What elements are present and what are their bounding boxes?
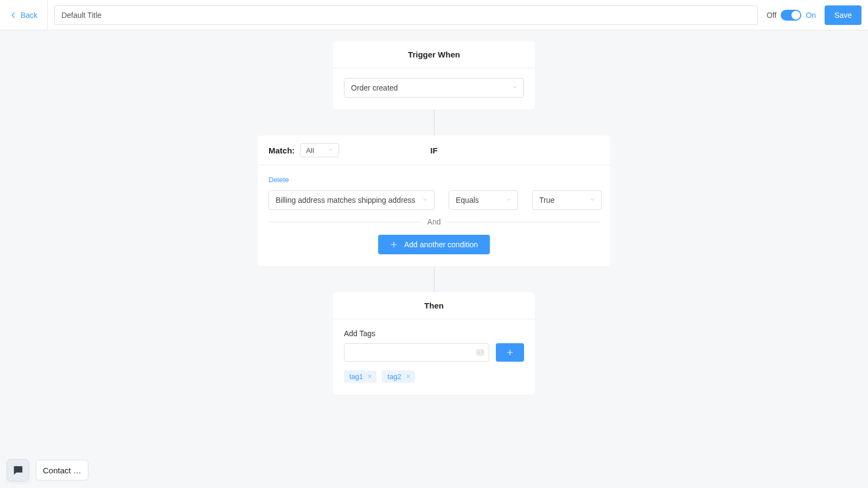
workflow-canvas: Trigger When Order created Match: All IF: [0, 30, 868, 427]
plus-icon: [390, 241, 398, 248]
save-button[interactable]: Save: [825, 5, 861, 25]
match-label: Match:: [269, 146, 295, 155]
trigger-heading: Trigger When: [333, 41, 535, 68]
connector-line: [434, 110, 435, 136]
conditions-head: Match: All IF: [258, 136, 610, 165]
chevron-down-icon: [589, 196, 596, 204]
condition-value-select[interactable]: True: [532, 190, 602, 210]
tag-remove-icon[interactable]: ✕: [406, 373, 411, 380]
enabled-toggle-group: Off On: [764, 10, 818, 21]
match-select[interactable]: All: [300, 143, 339, 157]
chevron-down-icon: [506, 196, 512, 204]
then-card: Then Add Tags: [333, 292, 535, 395]
condition-operator-select[interactable]: Equals: [449, 190, 518, 210]
title-input[interactable]: [54, 5, 758, 25]
condition-operator-value: Equals: [456, 196, 479, 204]
chevron-down-icon: [422, 196, 429, 204]
if-label: IF: [430, 146, 437, 155]
condition-row: Billing address matches shipping address…: [269, 190, 599, 210]
tag: tag1✕: [344, 370, 376, 383]
connector-line: [434, 266, 435, 292]
toggle-on-label: On: [806, 11, 816, 20]
tag-remove-icon[interactable]: ✕: [367, 373, 372, 380]
add-tag-button[interactable]: [496, 343, 524, 362]
tag-input[interactable]: [350, 344, 476, 361]
toggle-knob: [792, 11, 800, 20]
top-bar: Back Off On Save: [0, 0, 868, 30]
condition-value-value: True: [539, 196, 554, 204]
delete-condition-link[interactable]: Delete: [269, 176, 289, 184]
chat-icon: [12, 464, 24, 476]
condition-field-value: Billing address matches shipping address: [276, 196, 416, 204]
trigger-card: Trigger When Order created: [333, 41, 535, 110]
enabled-toggle[interactable]: [781, 10, 801, 21]
add-condition-label: Add another condition: [404, 240, 478, 249]
plus-icon: [506, 349, 514, 356]
tag-input-wrapper: [344, 343, 489, 362]
conditions-card: Match: All IF Delete Billing address mat…: [258, 136, 610, 266]
contact-dock: Contact …: [7, 459, 88, 481]
tag-label: tag1: [349, 373, 363, 381]
id-card-icon: [476, 348, 484, 357]
add-tags-label: Add Tags: [344, 329, 524, 338]
tags-list: tag1✕tag2✕: [344, 370, 524, 383]
chevron-down-icon: [512, 84, 518, 92]
trigger-select-value: Order created: [351, 84, 398, 92]
back-button[interactable]: Back: [0, 0, 48, 30]
arrow-left-icon: [10, 11, 17, 19]
chevron-down-icon: [328, 146, 334, 155]
contact-button[interactable]: Contact …: [36, 460, 88, 480]
condition-joiner: And: [269, 217, 599, 226]
tag-label: tag2: [387, 373, 401, 381]
tag-input-row: [344, 343, 524, 362]
then-heading: Then: [333, 292, 535, 319]
svg-point-1: [478, 351, 480, 353]
toggle-off-label: Off: [767, 11, 776, 20]
match-select-value: All: [306, 146, 314, 155]
joiner-label: And: [427, 217, 441, 226]
back-label: Back: [21, 11, 37, 20]
tag: tag2✕: [382, 370, 414, 383]
chat-widget-button[interactable]: [7, 459, 29, 481]
trigger-select[interactable]: Order created: [344, 78, 524, 98]
add-condition-button[interactable]: Add another condition: [378, 235, 490, 254]
condition-field-select[interactable]: Billing address matches shipping address: [269, 190, 435, 210]
